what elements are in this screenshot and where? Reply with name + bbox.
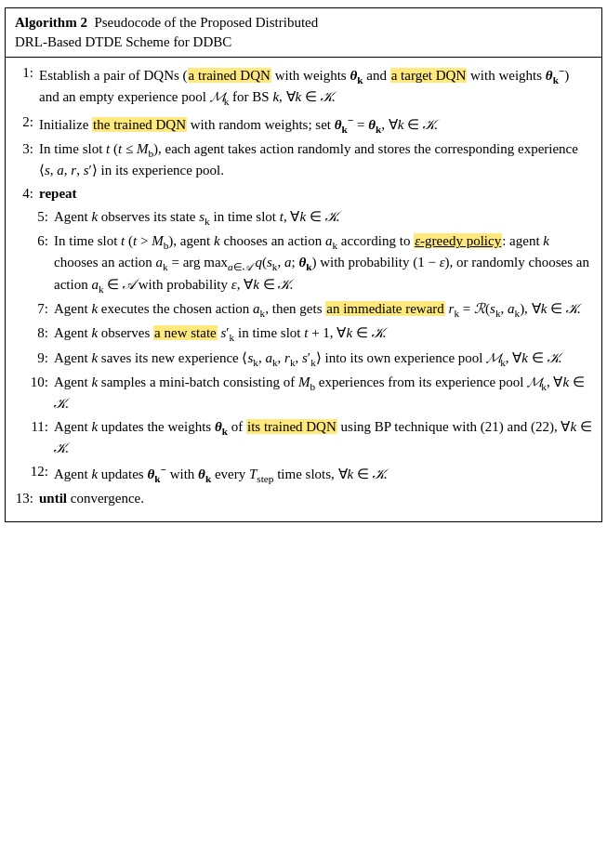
step-num-8: 8: (30, 323, 54, 344)
step-8: 8: Agent k observes a new state s′k in t… (15, 323, 592, 345)
algo-title-line2: DRL-Based DTDE Scheme for DDBC (15, 33, 592, 52)
step-num-9: 9: (30, 349, 54, 369)
step-content-10: Agent k samples a mini-batch consisting … (54, 373, 592, 414)
step-num-3: 3: (15, 139, 39, 160)
step-content-4: repeat (39, 184, 592, 204)
step-content-2: Initialize the trained DQN with random w… (39, 112, 592, 137)
algorithm-box: Algorithm 2 Pseudocode of the Proposed D… (5, 7, 602, 522)
step-num-2: 2: (15, 112, 39, 133)
highlight-trained-dqn-1: a trained DQN (188, 68, 271, 83)
step-1: 1: Establish a pair of DQNs (a trained D… (15, 63, 592, 110)
step-3: 3: In time slot t (t ≤ Mb), each agent t… (15, 139, 592, 181)
step-num-7: 7: (30, 299, 54, 320)
step-num-13: 13: (15, 489, 39, 509)
step-10: 10: Agent k samples a mini-batch consist… (15, 373, 592, 414)
step-7: 7: Agent k executes the chosen action ak… (15, 299, 592, 321)
step-content-9: Agent k saves its new experience ⟨sk, ak… (54, 349, 592, 370)
step-content-5: Agent k observes its state sk in time sl… (54, 207, 592, 229)
step-num-6: 6: (30, 231, 54, 252)
step-content-6: In time slot t (t > Mb), agent k chooses… (54, 231, 592, 296)
highlight-target-dqn: a target DQN (390, 68, 468, 83)
algo-title-line1: Algorithm 2 Pseudocode of the Proposed D… (15, 13, 592, 33)
step-num-12: 12: (30, 462, 54, 482)
highlight-immediate-reward: an immediate reward (325, 301, 445, 316)
step-content-11: Agent k updates the weights θk of its tr… (54, 417, 592, 459)
step-content-12: Agent k updates θk− with θk every Tstep … (54, 462, 592, 486)
step-12: 12: Agent k updates θk− with θk every Ts… (15, 462, 592, 486)
step-6: 6: In time slot t (t > Mb), agent k choo… (15, 231, 592, 296)
step-num-1: 1: (15, 63, 39, 84)
highlight-epsilon-greedy: ε-greedy policy (414, 233, 502, 248)
step-num-11: 11: (30, 417, 54, 438)
step-2: 2: Initialize the trained DQN with rando… (15, 112, 592, 137)
step-content-13: until convergence. (39, 489, 592, 509)
highlight-new-state: a new state (153, 325, 218, 340)
algo-body: 1: Establish a pair of DQNs (a trained D… (6, 58, 601, 521)
step-4: 4: repeat (15, 184, 592, 204)
step-content-7: Agent k executes the chosen action ak, t… (54, 299, 592, 321)
step-13: 13: until convergence. (15, 489, 592, 509)
step-5: 5: Agent k observes its state sk in time… (15, 207, 592, 229)
step-9: 9: Agent k saves its new experience ⟨sk,… (15, 349, 592, 370)
step-num-10: 10: (30, 373, 54, 393)
step-content-8: Agent k observes a new state s′k in time… (54, 323, 592, 345)
step-11: 11: Agent k updates the weights θk of it… (15, 417, 592, 459)
step-content-3: In time slot t (t ≤ Mb), each agent take… (39, 139, 592, 181)
highlight-trained-dqn-2: the trained DQN (92, 117, 187, 132)
highlight-its-trained-dqn: its trained DQN (246, 419, 337, 434)
step-content-1: Establish a pair of DQNs (a trained DQN … (39, 63, 592, 110)
algo-header: Algorithm 2 Pseudocode of the Proposed D… (6, 8, 601, 58)
step-num-4: 4: (15, 184, 39, 204)
step-num-5: 5: (30, 207, 54, 228)
